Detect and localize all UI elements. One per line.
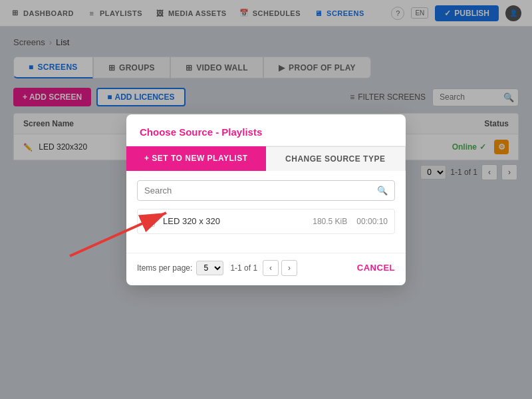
per-page-select[interactable]: 5 bbox=[196, 261, 223, 275]
modal-dialog: Choose Source - Playlists + SET TO NEW P… bbox=[126, 114, 406, 285]
modal-header: Choose Source - Playlists bbox=[126, 114, 406, 146]
modal-pagination-btns: ‹ › bbox=[263, 260, 297, 276]
modal-title: Choose Source - Playlists bbox=[140, 126, 392, 138]
item-checkbox[interactable] bbox=[144, 216, 155, 227]
modal-tab-new-playlist[interactable]: + SET TO NEW PLAYLIST bbox=[126, 146, 266, 171]
modal-next-button[interactable]: › bbox=[281, 260, 297, 276]
items-per-page: Items per page: 5 bbox=[137, 261, 223, 275]
item-duration: 00:00:10 bbox=[356, 217, 388, 226]
modal-footer: Items per page: 5 1-1 of 1 ‹ › CANCEL bbox=[126, 253, 406, 285]
modal-pagination: Items per page: 5 1-1 of 1 ‹ › bbox=[137, 260, 297, 276]
modal-pagination-info: 1-1 of 1 bbox=[230, 263, 257, 273]
modal-body: 🔍 LED 320 x 320 180.5 KiB 00:00:10 bbox=[126, 171, 406, 247]
modal-list-item[interactable]: LED 320 x 320 180.5 KiB 00:00:10 bbox=[137, 209, 395, 234]
item-name: LED 320 x 320 bbox=[163, 216, 313, 226]
modal-tab-change-source[interactable]: CHANGE SOURCE TYPE bbox=[266, 146, 406, 171]
modal-search-icon: 🔍 bbox=[377, 186, 388, 196]
modal-footer-right: CANCEL bbox=[357, 263, 395, 273]
modal-search-input[interactable] bbox=[144, 186, 373, 196]
item-size: 180.5 KiB bbox=[313, 217, 347, 226]
modal-prev-button[interactable]: ‹ bbox=[263, 260, 279, 276]
modal-tabs: + SET TO NEW PLAYLIST CHANGE SOURCE TYPE bbox=[126, 146, 406, 171]
modal-overlay[interactable]: Choose Source - Playlists + SET TO NEW P… bbox=[0, 0, 532, 399]
modal-search-box[interactable]: 🔍 bbox=[137, 180, 395, 201]
cancel-button[interactable]: CANCEL bbox=[357, 263, 395, 273]
